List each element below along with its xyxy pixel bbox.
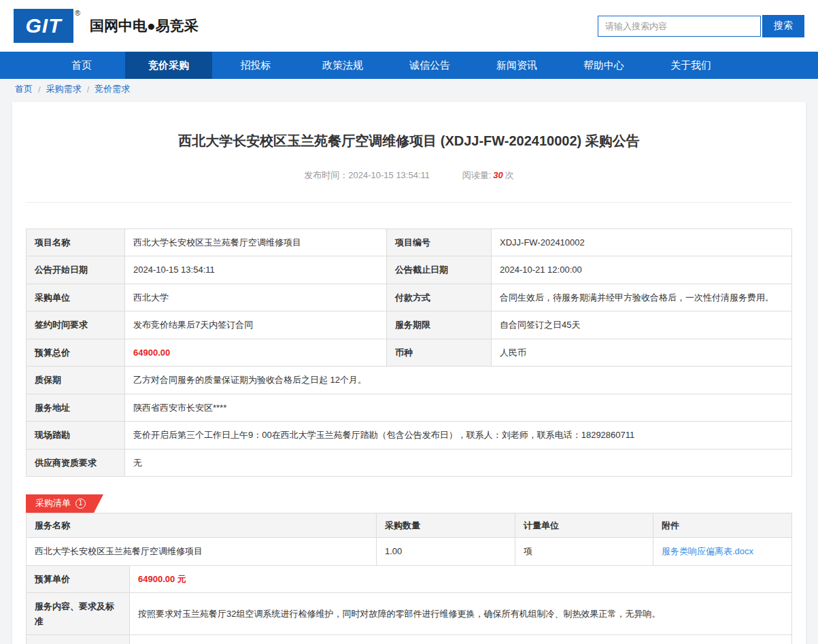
breadcrumb-bidding-demand[interactable]: 竞价需求 [95,83,130,95]
label-service-requirements: 服务内容、要求及标准 [27,593,130,635]
announcement-header: 西北大学长安校区玉兰苑餐厅空调维修项目 (XDJJ-FW-202410002) … [26,102,792,203]
table-row: 现场踏勘 竞价开启后第三个工作日上午9：00在西北大学玉兰苑餐厅踏勘（包含公告发… [27,422,792,449]
nav-item-policy[interactable]: 政策法规 [299,52,386,79]
breadcrumb-separator: / [87,84,90,95]
item-unit: 项 [515,538,653,565]
table-row: 签约时间要求 发布竞价结果后7天内签订合同 服务期限 自合同签订之日45天 [27,311,792,339]
label-project-name: 项目名称 [27,229,125,256]
main-nav: 首页 竞价采购 招投标 政策法规 诚信公告 新闻资讯 帮助中心 关于我们 [0,52,818,79]
nav-item-help-center[interactable]: 帮助中心 [560,52,647,79]
table-row: 服务内容、要求及标准 按照要求对玉兰苑餐厅32组空调系统进行检修维护，同时对故障… [27,593,792,635]
label-total-budget: 预算总价 [27,339,125,366]
label-warranty: 质保期 [27,367,125,394]
value-warranty: 乙方对合同服务的质量保证期为验收合格后之日起 12个月。 [125,367,792,394]
label-project-number: 项目编号 [387,229,492,256]
search-button[interactable]: 搜索 [762,15,804,37]
label-signing-time: 签约时间要求 [27,311,125,339]
value-project-number: XDJJ-FW-202410002 [492,229,792,256]
label-end-date: 公告截止日期 [387,256,492,284]
table-row: 质保期 乙方对合同服务的质量保证期为验收合格后之日起 12个月。 [27,367,792,394]
value-unit-budget: 64900.00 元 [130,565,792,592]
column-attachment: 附件 [653,513,792,537]
value-site-survey: 竞价开启后第三个工作日上午9：00在西北大学玉兰苑餐厅踏勘（包含公告发布日），联… [125,422,792,449]
table-row: 售后服务 质保期：验收合格后12月。响应时效：即时响应（包括电话响应）；电话响应… [27,635,792,644]
value-signing-time: 发布竞价结果后7天内签订合同 [125,311,387,339]
value-after-sales: 质保期：验收合格后12月。响应时效：即时响应（包括电话响应）；电话响应无法解决2… [130,635,792,644]
label-start-date: 公告开始日期 [27,256,125,284]
read-count: 阅读量:30次 [462,170,514,180]
nav-item-bidding-purchase[interactable]: 竞价采购 [125,52,212,79]
label-purchaser: 采购单位 [27,284,125,311]
announcement-card: 西北大学长安校区玉兰苑餐厅空调维修项目 (XDJJ-FW-202410002) … [12,102,806,644]
item-service-name: 西北大学长安校区玉兰苑餐厅空调维修项目 [27,538,377,565]
value-service-period: 自合同签订之日45天 [492,311,792,339]
table-row: 服务地址 陕西省西安市长安区**** [27,394,792,421]
site-title: 国网中电●易竞采 [90,16,199,35]
nav-item-home[interactable]: 首页 [38,52,125,79]
logo-text: GIT [26,14,62,37]
table-row: 西北大学长安校区玉兰苑餐厅空调维修项目 1.00 项 服务类响应偏离表.docx [27,538,792,565]
breadcrumb-purchase-demand[interactable]: 采购需求 [46,83,82,95]
search-bar: 搜索 [598,15,804,37]
purchase-detail-table: 预算单价 64900.00 元 服务内容、要求及标准 按照要求对玉兰苑餐厅32组… [26,565,792,644]
purchase-list-label: 采购清单 [35,497,71,509]
column-unit: 计量单位 [515,513,653,537]
label-after-sales: 售后服务 [27,635,130,644]
value-total-budget: 64900.00 [125,339,387,366]
column-service-name: 服务名称 [27,513,377,537]
page-title: 西北大学长安校区玉兰苑餐厅空调维修项目 (XDJJ-FW-202410002) … [26,132,792,150]
column-quantity: 采购数量 [377,513,515,537]
table-row: 项目名称 西北大学长安校区玉兰苑餐厅空调维修项目 项目编号 XDJJ-FW-20… [27,229,792,256]
table-row: 供应商资质要求 无 [27,449,792,476]
tab-purchase-list[interactable]: 采购清单 1 [26,494,103,513]
label-currency: 币种 [387,339,492,366]
table-header-row: 服务名称 采购数量 计量单位 附件 [27,513,792,537]
value-end-date: 2024-10-21 12:00:00 [492,256,792,284]
value-project-name: 西北大学长安校区玉兰苑餐厅空调维修项目 [125,229,387,256]
purchase-list-count-badge: 1 [75,498,86,509]
nav-item-tender[interactable]: 招投标 [212,52,299,79]
site-header: GIT ® 国网中电●易竞采 搜索 [0,0,818,52]
item-quantity: 1.00 [377,538,515,565]
value-supplier-qualification: 无 [125,449,792,476]
nav-item-about-us[interactable]: 关于我们 [647,52,734,79]
label-service-address: 服务地址 [27,394,125,421]
label-unit-budget: 预算单价 [27,565,130,592]
site-logo[interactable]: GIT ® [14,9,80,43]
nav-item-integrity-notice[interactable]: 诚信公告 [386,52,473,79]
value-currency: 人民币 [492,339,792,366]
value-purchaser: 西北大学 [125,284,387,311]
value-start-date: 2024-10-15 13:54:11 [125,256,387,284]
registered-trademark-icon: ® [75,9,80,17]
search-input[interactable] [598,16,761,37]
value-payment-method: 合同生效后，待服务期满并经甲方验收合格后，一次性付清服务费用。 [492,284,792,311]
purchase-item-table: 服务名称 采购数量 计量单位 附件 西北大学长安校区玉兰苑餐厅空调维修项目 1.… [26,513,792,566]
read-count-number: 30 [493,170,502,180]
breadcrumb-separator: / [38,84,41,95]
table-row: 预算单价 64900.00 元 [27,565,792,592]
project-info-table: 项目名称 西北大学长安校区玉兰苑餐厅空调维修项目 项目编号 XDJJ-FW-20… [26,228,792,477]
label-payment-method: 付款方式 [387,284,492,311]
publish-time: 发布时间：2024-10-15 13:54:11 [304,170,430,180]
table-row: 采购单位 西北大学 付款方式 合同生效后，待服务期满并经甲方验收合格后，一次性付… [27,284,792,311]
breadcrumb: 首页 / 采购需求 / 竞价需求 [0,79,818,99]
table-row: 预算总价 64900.00 币种 人民币 [27,339,792,366]
attachment-link[interactable]: 服务类响应偏离表.docx [662,546,753,556]
git-logo-box: GIT [14,9,73,43]
label-service-period: 服务期限 [387,311,492,339]
label-supplier-qualification: 供应商资质要求 [27,449,125,476]
breadcrumb-home[interactable]: 首页 [15,83,33,95]
value-service-requirements: 按照要求对玉兰苑餐厅32组空调系统进行检修维护，同时对故障的零部件进行维修更换，… [130,593,792,635]
value-service-address: 陕西省西安市长安区**** [125,394,792,421]
label-site-survey: 现场踏勘 [27,422,125,449]
announcement-meta: 发布时间：2024-10-15 13:54:11 阅读量:30次 [26,169,792,182]
nav-item-news[interactable]: 新闻资讯 [473,52,560,79]
table-row: 公告开始日期 2024-10-15 13:54:11 公告截止日期 2024-1… [27,256,792,284]
